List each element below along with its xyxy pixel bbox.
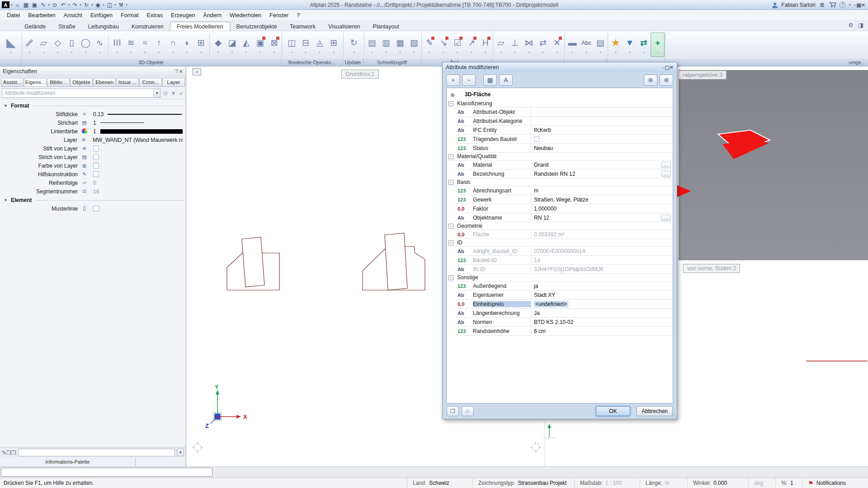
measure-icon[interactable]: ▬▾ [565,33,579,57]
panel-tab-conn[interactable]: Conn... [139,78,162,87]
apply-check-icon[interactable]: ✓ [179,90,184,97]
favorites-save-icon[interactable]: ☆ [462,406,474,416]
prop-value[interactable]: 1 [93,128,96,135]
collapse-icon[interactable]: − [448,180,453,185]
dialog-maximize-button[interactable]: ▢ [665,65,669,70]
apply-attributes-icon[interactable]: ☑▾ [450,33,464,57]
front-view-label[interactable]: von vorne, Süden:2 [683,264,740,273]
attr-group-basis[interactable]: −Basis [447,178,673,186]
prop-musterlinie-checkbox[interactable] [93,206,99,211]
zoom-search-icon[interactable]: ⊙ [163,90,168,97]
attr-value-tragendes-bauteil[interactable] [531,135,673,143]
panel-tab-issue[interactable]: Issue ... [116,78,139,87]
attr-value-attributset-objekt[interactable] [531,108,673,116]
spline-surface-icon[interactable]: ≈▾ [138,33,152,57]
extract-face-icon-dropdown[interactable]: ▾ [231,51,233,54]
attr-value-objektname[interactable]: RN 12... [531,213,673,222]
menu-wiederholen[interactable]: Wiederholen [226,11,265,20]
panel-tab-objekte[interactable]: Objekte [70,78,93,87]
attribute-filter-input[interactable]: Attribute modifizieren ▼ [2,89,160,98]
modify-date-attribute-icon[interactable]: ▦ [483,75,497,86]
modify-solid-icon[interactable]: ▣▾ [253,33,267,57]
report-list-icon-dropdown[interactable]: ▾ [599,51,601,54]
remove-attribute-icon[interactable]: − [462,75,476,86]
pick-attributes-icon[interactable]: ↘▾ [436,33,450,57]
3d-polygon-icon-dropdown[interactable]: ▾ [57,51,58,54]
shell-icon[interactable]: ◗▾ [180,33,194,57]
attr-value-flache[interactable]: 0.053392 m² [531,230,673,239]
attr-value-eigentuemer[interactable]: Stadt XY [531,291,673,299]
swap-axis-icon[interactable]: ⇄▾ [637,33,651,57]
undo-icon-dropdown[interactable]: ▾ [68,3,70,7]
pin-icon[interactable]: ⊤ [175,69,179,74]
loft-surfaces-icon-dropdown[interactable]: ▾ [130,51,132,54]
dialog-close-button[interactable]: ✕ [670,65,674,70]
shell-icon-dropdown[interactable]: ▾ [186,51,188,54]
attr-value-gewerk[interactable]: Straßen, Wege, Plätze [531,195,673,204]
folder-icon[interactable]: ❒ [6,450,11,456]
attr-value-attributset-kategorie[interactable] [531,117,673,125]
attr-value-randsteinhohe[interactable]: 6 cm [531,327,673,335]
attr-value-abrechnungsart[interactable]: m [531,186,673,195]
attr-value-ifc-entity[interactable]: IfcKerb [531,126,673,134]
refresh-icon-dropdown[interactable]: ▾ [91,3,93,7]
menu-erzeugen[interactable]: Erzeugen [167,11,199,20]
ok-button[interactable]: OK [596,406,630,416]
attr-group-id[interactable]: −ID [447,239,673,247]
perspective-viewport[interactable] [679,70,868,260]
3d-sphere-icon-dropdown[interactable]: ▾ [85,51,86,54]
format-height-icon[interactable]: H▾ [478,33,492,57]
menu-bearbeiten[interactable]: Bearbeiten [24,11,59,20]
tab-visualisieren[interactable]: Visualisieren [322,22,367,31]
save-icon[interactable]: ▣ [31,2,38,8]
menu-item[interactable]: ? [292,11,304,20]
collapse-icon[interactable]: − [448,275,453,280]
attr-value-bauteil-id[interactable]: 14 [531,256,673,264]
menu-datei[interactable]: Datei [3,11,24,20]
help-dropdown-icon[interactable]: ▾ [849,3,851,7]
prop-farbe-von-layer-checkbox[interactable] [93,163,99,169]
quick-sketch-icon-dropdown[interactable]: ▾ [413,51,415,54]
extrude-icon[interactable]: ↑▾ [152,33,166,57]
command-input[interactable] [1,468,212,477]
tab-teamwork[interactable]: Teamwork [283,22,322,31]
extrude-icon-dropdown[interactable]: ▾ [158,51,160,54]
3d-box-icon[interactable]: ▱▾ [37,33,51,57]
folder-favorite-icon[interactable]: ❒ [11,450,16,456]
bool-merge-icon[interactable]: ⊞▾ [327,33,341,57]
filter-dropdown-icon[interactable]: ▼ [153,89,160,97]
user-name[interactable]: Fabian Sartori [781,2,815,8]
attr-value-faktor[interactable]: 1.000000 [531,204,673,213]
modify-solid-icon-dropdown[interactable]: ▾ [259,51,261,54]
apply-attributes-icon-dropdown[interactable]: ▾ [457,51,458,54]
bool-subtract-icon-dropdown[interactable]: ▾ [305,51,306,54]
color-brush-icon-dropdown[interactable]: ▾ [615,51,616,54]
menu-extras[interactable]: Extras [143,11,167,20]
panel-footer-dropdown-icon[interactable]: ▼ [177,449,184,456]
menu-format[interactable]: Format [117,11,143,20]
attr-value-langenberechnung[interactable]: Ja [531,309,673,317]
polyhedron-icon[interactable]: ◆▾ [211,33,225,57]
collapse-icon[interactable]: − [448,224,453,229]
attr-value-aussenliegend[interactable]: ja [531,282,673,290]
display-options-icon[interactable]: ◨ [858,22,863,28]
tab-konstruieren[interactable]: Konstruieren [125,22,170,31]
align-elements-icon[interactable]: ⊥▾ [508,33,522,57]
delete-solid-icon[interactable]: ⊠▾ [267,33,281,57]
cancel-button[interactable]: Abbrechen [637,406,673,416]
text-abc-icon-dropdown[interactable]: ▾ [585,51,587,54]
quick-access-1-icon[interactable]: ▤▾ [365,33,379,57]
bool-intersect-icon-dropdown[interactable]: ▾ [319,51,320,54]
box-primitive-icon-dropdown[interactable]: ▾ [200,51,202,54]
panel-tab-ebenen[interactable]: Ebenen [93,78,116,87]
report-list-icon[interactable]: ▤▾ [593,33,607,57]
measure-icon-dropdown[interactable]: ▾ [571,51,573,54]
prop-value[interactable]: 16 [93,188,99,195]
3d-polygon-icon[interactable]: ◇▾ [51,33,65,57]
attr-value-normen[interactable]: BTD KS 2.10-02 [531,318,673,326]
tab-leitungsbau[interactable]: Leitungsbau [82,22,125,31]
collapse-arrow-icon[interactable]: ▼ [4,103,8,108]
attr-value-ifc-id[interactable]: 3JH4YFG5j1GPldp9zOdMJK [531,265,673,273]
attr-group-klassifizierung[interactable]: −Klassifizierung [447,100,673,108]
bool-intersect-icon[interactable]: ◬▾ [313,33,327,57]
